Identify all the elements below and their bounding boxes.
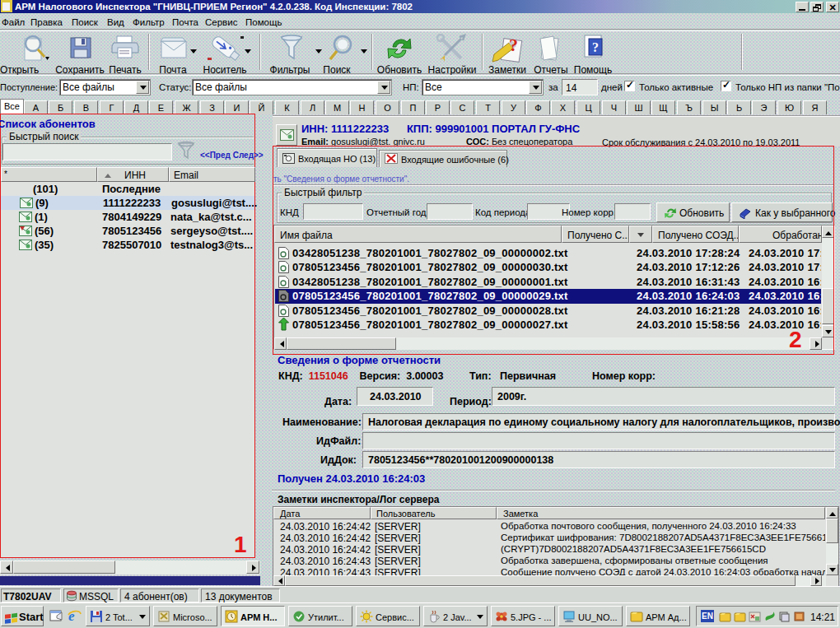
svg-text:?: ? xyxy=(509,35,518,55)
svg-text:e: e xyxy=(68,608,75,624)
svg-text:?: ? xyxy=(592,40,599,54)
